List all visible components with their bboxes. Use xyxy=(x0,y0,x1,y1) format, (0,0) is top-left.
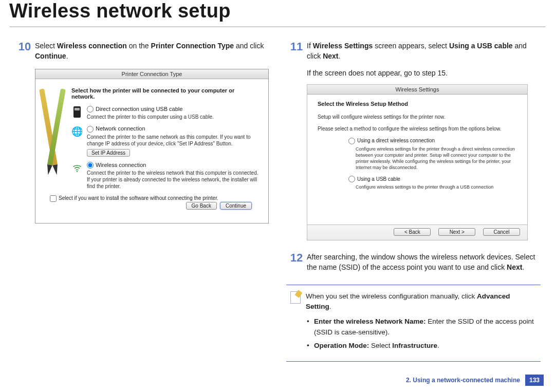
dialog-titlebar: Printer Connection Type xyxy=(35,69,268,79)
right-column: 11 If Wireless Settings screen appears, … xyxy=(286,41,541,362)
svg-point-0 xyxy=(77,171,78,172)
set-ip-button[interactable]: Set IP Address xyxy=(87,149,130,157)
dialog2-p2: Please select a method to configure the … xyxy=(318,126,517,132)
page-title: Wireless network setup xyxy=(0,0,555,25)
opt-wireless-desc: Connect the printer to the wireless netw… xyxy=(87,170,259,190)
page-footer: 2. Using a network-connected machine 133 xyxy=(406,375,544,386)
opt-direct-wireless-desc: Configure wireless settings for the prin… xyxy=(356,146,517,171)
note-bullet-1: Enter the wireless Network Name: Enter t… xyxy=(307,316,536,338)
dialog-heading: Select how the printer will be connected… xyxy=(71,87,259,100)
install-without-connect[interactable]: Select if you want to install the softwa… xyxy=(50,195,218,201)
pencils-graphic xyxy=(39,88,67,176)
dialog2-titlebar: Wireless Settings xyxy=(307,85,527,95)
wireless-settings-dialog: Wireless Settings Select the Wireless Se… xyxy=(307,84,528,240)
continue-button[interactable]: Continue xyxy=(220,202,252,210)
wifi-icon xyxy=(71,162,83,174)
printer-connection-dialog: Printer Connection Type Select how the p… xyxy=(35,69,269,224)
note-line1: When you set the wireless configuration … xyxy=(306,291,536,311)
opt-usb-cable-desc: Configure wireless settings to the print… xyxy=(356,184,517,190)
next-button[interactable]: Next > xyxy=(438,228,475,236)
note-bullet-2: Operation Mode: Select Infrastructure. xyxy=(307,341,536,351)
step-11-subtext: If the screen does not appear, go to ste… xyxy=(307,68,541,78)
footer-chapter: 2. Using a network-connected machine xyxy=(406,377,520,384)
step-10-text: Select Wireless connection on the Printe… xyxy=(35,41,269,62)
cancel-button[interactable]: Cancel xyxy=(483,228,520,236)
opt-network[interactable]: Network connection xyxy=(87,125,145,132)
left-column: 10 Select Wireless connection on the Pri… xyxy=(14,41,269,362)
step-11-text: If Wireless Settings screen appears, sel… xyxy=(307,41,541,62)
go-back-button[interactable]: Go Back xyxy=(186,202,217,210)
opt-direct-wireless[interactable]: Using a direct wireless connection xyxy=(348,138,435,143)
memo-icon xyxy=(290,291,301,304)
step-12-number: 12 xyxy=(286,252,307,273)
note-block: When you set the wireless configuration … xyxy=(286,285,541,362)
usb-icon xyxy=(71,106,83,118)
footer-page-number: 133 xyxy=(525,375,544,386)
opt-wireless[interactable]: Wireless connection xyxy=(87,162,146,168)
back-button[interactable]: < Back xyxy=(394,228,431,236)
opt-usb-desc: Connect the printer to this computer usi… xyxy=(87,114,259,120)
opt-usb[interactable]: Direct connection using USB cable xyxy=(87,106,182,112)
dialog2-p1: Setup will configure wireless settings f… xyxy=(318,114,517,120)
step-11-number: 11 xyxy=(286,41,307,62)
dialog2-heading: Select the Wireless Setup Method xyxy=(318,101,517,107)
opt-network-desc: Connect the printer to the same network … xyxy=(87,134,259,147)
step-12-text: After searching, the window shows the wi… xyxy=(307,252,541,273)
opt-usb-cable[interactable]: Using a USB cable xyxy=(348,176,400,182)
network-icon: 🌐 xyxy=(71,125,83,138)
step-10-number: 10 xyxy=(14,41,35,62)
